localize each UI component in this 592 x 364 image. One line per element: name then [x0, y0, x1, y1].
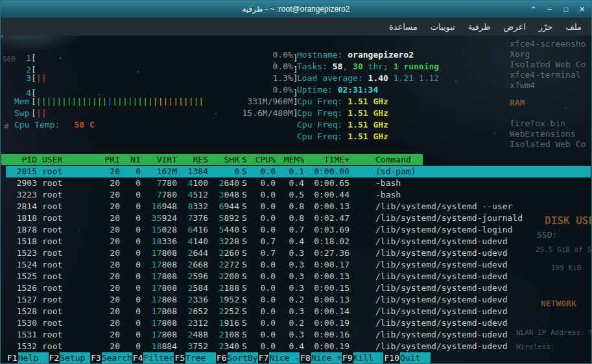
fnkey-f8[interactable]: F8Nice + [300, 352, 342, 363]
column-header-virt[interactable]: VIRT [141, 154, 177, 166]
cell-pri: 20 [84, 341, 120, 352]
column-header-ni[interactable]: NI [120, 154, 141, 166]
cell-time: 0:00.13 [304, 271, 349, 282]
process-row-1523[interactable]: 1523root2001780826442260S0.70.30:27.36/l… [6, 247, 591, 259]
meter-ticks: ||||||||||||||||||||||||||||||||| [36, 96, 204, 108]
fnkey-f5[interactable]: F5Tree [174, 352, 216, 363]
value-megabytes: 5 [219, 225, 224, 234]
cell-command: /lib/systemd/systemd-udevd [349, 282, 591, 294]
process-row-2815[interactable]: 2815root200162M13840S0.00.10:00.00(sd-pa… [6, 166, 591, 177]
meter-bracket-open: [ [31, 52, 36, 64]
meter-bracket-open: [ [31, 73, 36, 84]
value-megabytes: 3 [219, 190, 224, 199]
value-megabytes: 17 [152, 318, 162, 328]
process-row-1527[interactable]: 1527root2001780823361952S0.00.20:00.13/l… [6, 294, 591, 306]
cell-cpu: 0.0 [250, 224, 276, 236]
column-header-res[interactable]: RES [177, 154, 208, 166]
process-table-header[interactable]: PIDUSERPRINIVIRTRESSHRSCPU%MEM%TIME+Comm… [6, 154, 591, 166]
info-label: Hostname: [297, 50, 348, 60]
meter-label: 1 [14, 52, 31, 64]
menu-item-tabs[interactable]: تبويبات [425, 21, 461, 33]
column-header-pid[interactable]: PID [6, 154, 37, 166]
process-rows: 2815root200162M13840S0.00.10:00.00(sd-pa… [6, 166, 591, 352]
process-row-1530[interactable]: 1530root2001780823121916S0.00.20:00.19/l… [6, 317, 591, 329]
cpu-freq-line-4: Cpu Freq: 1.51 GHz [297, 131, 439, 142]
cell-res: 2488 [177, 329, 208, 341]
value-megabytes: 2 [188, 260, 193, 269]
info-value: orangepizero2 [348, 50, 414, 60]
fnkey-label: Search [102, 352, 132, 363]
menu-item-view[interactable]: اعرض [498, 21, 532, 33]
value-megabytes: 1 [188, 166, 193, 176]
fnkey-f3[interactable]: F3Search [90, 352, 132, 363]
column-header-mem[interactable]: MEM% [276, 154, 304, 166]
cell-user: root [37, 271, 84, 282]
process-row-1525[interactable]: 1525root2001780825962200S0.00.30:00.13/l… [6, 271, 591, 282]
cell-ni: 0 [120, 212, 141, 224]
fnkey-f9[interactable]: F9Kill [342, 352, 384, 363]
cell-time: 0:00.15 [304, 282, 349, 294]
process-row-1524[interactable]: 1524root2001780826682272S0.00.30:00.17/l… [6, 259, 591, 271]
process-row-3223[interactable]: 3223root200778045123048S0.00.50:00.44-ba… [6, 189, 591, 201]
process-row-1528[interactable]: 1528root2001780826522252S0.00.30:00.14/l… [6, 306, 591, 317]
load-average-line: Load average: 1.40 1.21 1.12 [297, 73, 439, 84]
value-megabytes: 17 [152, 295, 162, 304]
menu-item-edit[interactable]: حرّر [533, 21, 559, 33]
cell-command: /lib/systemd/systemd-udevd [349, 341, 591, 352]
cell-res: 2668 [177, 259, 208, 271]
process-row-1818[interactable]: 1818root2003592473765892S0.00.80:02.47/l… [6, 212, 591, 224]
cell-user: root [37, 236, 84, 247]
value-megabytes: 2 [219, 271, 224, 281]
cell-ni: 0 [120, 271, 141, 282]
info-label: Cpu Freq: [297, 108, 348, 118]
fnkey-number: F2 [49, 352, 60, 363]
cell-pid: 3223 [6, 189, 37, 201]
value-megabytes: 1 [219, 295, 224, 304]
green-ticks: ||||||| [112, 97, 148, 106]
shade-button[interactable]: ⌃ [528, 4, 539, 15]
value-megabytes: 4 [188, 190, 193, 199]
cell-s: S [239, 212, 250, 224]
cell-command: /lib/systemd/systemd-journald [349, 212, 591, 224]
column-header-pri[interactable]: PRI [84, 154, 120, 166]
column-header-shr[interactable]: SHR [208, 154, 239, 166]
column-header-cpu[interactable]: CPU% [250, 154, 276, 166]
column-header-time[interactable]: TIME+ [304, 154, 349, 166]
maximize-button[interactable]: □ [560, 4, 571, 15]
fnkey-f1[interactable]: F1Help [6, 352, 49, 363]
minimize-button[interactable]: − [544, 4, 555, 15]
process-row-1532[interactable]: 1532root2001888437522340S0.00.40:00.19/l… [6, 341, 591, 352]
cell-mem: 0.4 [276, 236, 304, 247]
cell-shr: 5440 [208, 224, 239, 236]
process-row-2903[interactable]: 2903root200778041002640S0.00.40:00.65-ba… [6, 177, 591, 189]
process-row-1878[interactable]: 1878root2001502864165440S0.00.70:03.69/l… [6, 224, 591, 236]
meter-bar: 0.0% [36, 49, 293, 61]
column-header-user[interactable]: USER [37, 154, 84, 166]
fnkey-f10[interactable]: F10Quit [383, 352, 430, 363]
column-header-command[interactable]: Command [349, 154, 591, 166]
column-header-s[interactable]: S [239, 154, 250, 166]
fnkey-f4[interactable]: F4Filter [132, 352, 174, 363]
value-megabytes: 35 [152, 213, 162, 223]
cell-cpu: 0.0 [250, 306, 276, 317]
cell-res: 4140 [177, 236, 208, 247]
cell-user: root [37, 166, 84, 177]
cell-virt: 7780 [141, 177, 177, 189]
menu-item-terminal[interactable]: طرفية [462, 21, 497, 33]
menu-item-file[interactable]: ملف [560, 21, 587, 33]
process-row-1531[interactable]: 1531root2001780824882108S0.00.30:00.16/l… [6, 329, 591, 341]
process-row-1526[interactable]: 1526root2001780825842188S0.00.30:00.15/l… [6, 282, 591, 294]
cell-res: 3752 [177, 341, 208, 352]
process-row-2814[interactable]: 2814root2001694883326944S0.00.80:00.13/l… [6, 201, 591, 212]
close-button[interactable]: ✕ [576, 4, 587, 15]
fnkey-f2[interactable]: F2Setup [49, 352, 91, 363]
fnkey-f6[interactable]: F6SortBy [216, 352, 258, 363]
fnkey-f7[interactable]: F7Nice - [258, 352, 300, 363]
menu-item-help[interactable]: مساعدة [383, 21, 423, 33]
fnkey-number: F3 [90, 352, 102, 363]
process-row-1518[interactable]: 1518root2001833641403228S0.70.40:18.02/l… [6, 236, 591, 247]
terminal-viewport[interactable]: xfce4-screenshoXorgIsolated Web Coxfce4-… [1, 36, 591, 363]
fnkey-label: Filter [143, 352, 174, 363]
title-bar[interactable]: طرفية - ~ :root@orangepizero2 ⌃−□✕ [1, 1, 591, 18]
cell-user: root [37, 247, 84, 259]
